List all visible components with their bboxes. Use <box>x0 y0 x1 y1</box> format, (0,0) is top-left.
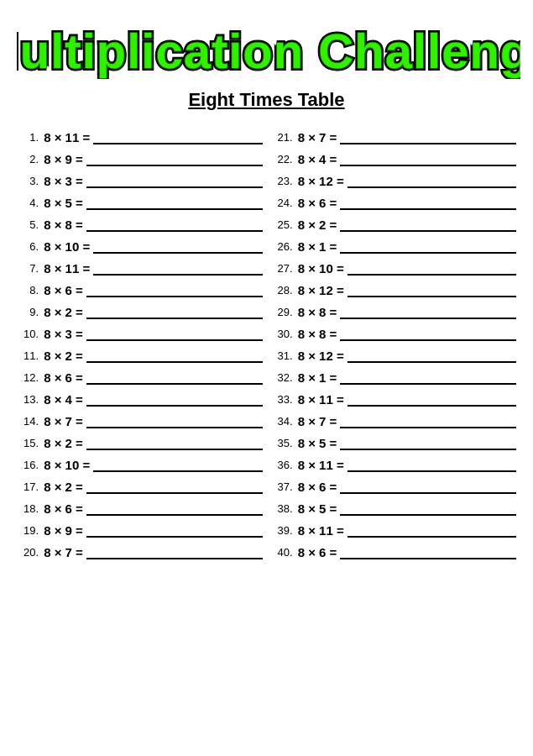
subtitle: Eight Times Table <box>17 89 516 111</box>
question-text: 8 × 5 = <box>40 196 83 210</box>
question-item: 28. 8 × 12 = <box>271 279 517 301</box>
question-item: 30. 8 × 8 = <box>271 323 517 344</box>
question-item: 22. 8 × 4 = <box>271 148 517 170</box>
question-number: 11. <box>17 349 39 362</box>
answer-line[interactable] <box>93 240 262 254</box>
question-number: 29. <box>271 306 293 318</box>
answer-line[interactable] <box>347 459 516 472</box>
question-number: 12. <box>17 371 39 384</box>
question-item: 1. 8 × 11 = <box>17 126 263 148</box>
question-item: 40. 8 × 6 = <box>271 541 517 563</box>
question-number: 3. <box>17 175 39 187</box>
answer-line[interactable] <box>86 175 263 188</box>
answer-line[interactable] <box>347 349 516 363</box>
question-item: 8. 8 × 6 = <box>17 279 263 301</box>
question-item: 32. 8 × 1 = <box>271 366 517 388</box>
answer-line[interactable] <box>86 371 263 385</box>
answer-line[interactable] <box>86 218 263 232</box>
answer-line[interactable] <box>340 240 516 254</box>
answer-line[interactable] <box>340 306 516 319</box>
answer-line[interactable] <box>340 371 516 385</box>
answer-line[interactable] <box>86 306 263 319</box>
answer-line[interactable] <box>86 197 263 210</box>
answer-line[interactable] <box>340 153 516 166</box>
question-item: 9. 8 × 2 = <box>17 301 263 323</box>
answer-line[interactable] <box>86 284 263 297</box>
answer-line[interactable] <box>93 131 262 144</box>
question-number: 21. <box>271 131 293 144</box>
question-item: 7. 8 × 11 = <box>17 257 263 279</box>
answer-line[interactable] <box>340 480 516 494</box>
question-item: 34. 8 × 7 = <box>271 410 517 432</box>
question-number: 20. <box>17 546 39 559</box>
question-text: 8 × 2 = <box>295 218 337 232</box>
answer-line[interactable] <box>86 415 263 428</box>
question-number: 28. <box>271 284 293 297</box>
answer-line[interactable] <box>86 349 263 363</box>
answer-line[interactable] <box>347 393 516 407</box>
question-item: 38. 8 × 5 = <box>271 497 517 519</box>
answer-line[interactable] <box>340 218 516 232</box>
questions-grid: 1. 8 × 11 = 21. 8 × 7 = 2. 8 × 9 = 22. 8… <box>17 126 516 563</box>
answer-line[interactable] <box>347 284 516 297</box>
question-text: 8 × 6 = <box>40 370 83 385</box>
question-item: 23. 8 × 12 = <box>271 170 517 192</box>
question-text: 8 × 12 = <box>295 283 344 297</box>
question-item: 3. 8 × 3 = <box>17 170 263 192</box>
question-item: 6. 8 × 10 = <box>17 235 263 257</box>
question-number: 36. <box>271 459 293 471</box>
answer-line[interactable] <box>340 502 516 516</box>
question-text: 8 × 6 = <box>40 501 83 516</box>
answer-line[interactable] <box>340 328 516 341</box>
question-item: 17. 8 × 2 = <box>17 475 263 497</box>
answer-line[interactable] <box>347 262 516 276</box>
question-number: 15. <box>17 437 39 449</box>
question-text: 8 × 6 = <box>295 545 337 559</box>
question-number: 1. <box>17 131 39 144</box>
question-item: 25. 8 × 2 = <box>271 213 517 235</box>
question-item: 12. 8 × 6 = <box>17 366 263 388</box>
question-item: 14. 8 × 7 = <box>17 410 263 432</box>
answer-line[interactable] <box>86 328 263 341</box>
answer-line[interactable] <box>86 153 263 166</box>
answer-line[interactable] <box>86 546 263 559</box>
answer-line[interactable] <box>340 437 516 450</box>
question-text: 8 × 7 = <box>40 545 83 559</box>
question-text: 8 × 1 = <box>295 239 337 254</box>
answer-line[interactable] <box>340 546 516 559</box>
question-text: 8 × 7 = <box>295 414 337 428</box>
question-item: 36. 8 × 11 = <box>271 454 517 475</box>
answer-line[interactable] <box>347 175 516 188</box>
question-item: 18. 8 × 6 = <box>17 497 263 519</box>
answer-line[interactable] <box>86 524 263 538</box>
question-item: 27. 8 × 10 = <box>271 257 517 279</box>
question-number: 7. <box>17 262 39 275</box>
answer-line[interactable] <box>340 197 516 210</box>
title-svg: .title-text { font-family: Impact, 'Aria… <box>17 12 520 79</box>
answer-line[interactable] <box>340 131 516 144</box>
answer-line[interactable] <box>93 459 262 472</box>
question-text: 8 × 12 = <box>295 349 344 363</box>
question-number: 22. <box>271 153 293 165</box>
answer-line[interactable] <box>347 524 516 538</box>
question-text: 8 × 3 = <box>40 327 83 341</box>
answer-line[interactable] <box>86 502 263 516</box>
answer-line[interactable] <box>340 415 516 428</box>
question-text: 8 × 9 = <box>40 523 83 538</box>
question-text: 8 × 7 = <box>295 130 337 144</box>
question-text: 8 × 4 = <box>40 392 83 407</box>
question-text: 8 × 8 = <box>295 327 337 341</box>
question-text: 8 × 7 = <box>40 414 83 428</box>
question-number: 26. <box>271 240 293 253</box>
question-text: 8 × 9 = <box>40 152 83 166</box>
question-item: 29. 8 × 8 = <box>271 301 517 323</box>
answer-line[interactable] <box>86 437 263 450</box>
question-item: 13. 8 × 4 = <box>17 388 263 410</box>
question-item: 2. 8 × 9 = <box>17 148 263 170</box>
question-item: 21. 8 × 7 = <box>271 126 517 148</box>
question-number: 8. <box>17 284 39 297</box>
answer-line[interactable] <box>86 393 263 407</box>
answer-line[interactable] <box>86 480 263 494</box>
question-number: 27. <box>271 262 293 275</box>
answer-line[interactable] <box>93 262 262 276</box>
